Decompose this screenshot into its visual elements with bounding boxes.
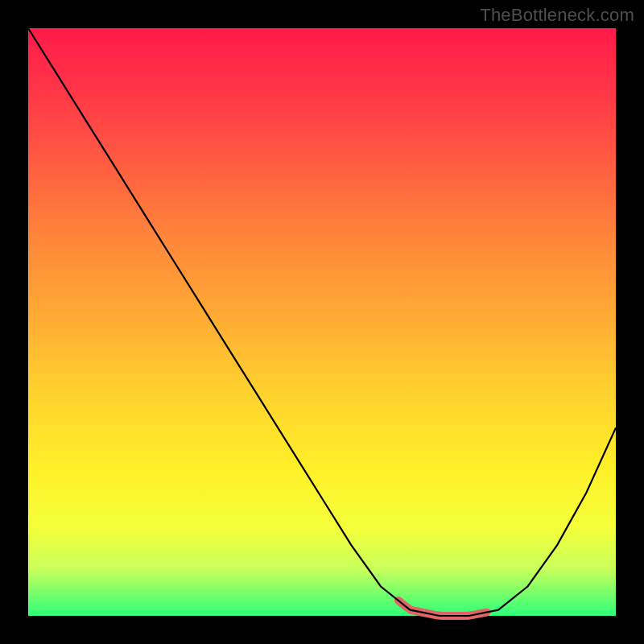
plot-area (28, 28, 616, 616)
watermark-text: TheBottleneck.com (480, 5, 634, 26)
bottleneck-curve-line (28, 28, 616, 616)
chart-frame: TheBottleneck.com (0, 0, 644, 644)
curve-svg (28, 28, 616, 616)
highlight-band (398, 601, 487, 616)
